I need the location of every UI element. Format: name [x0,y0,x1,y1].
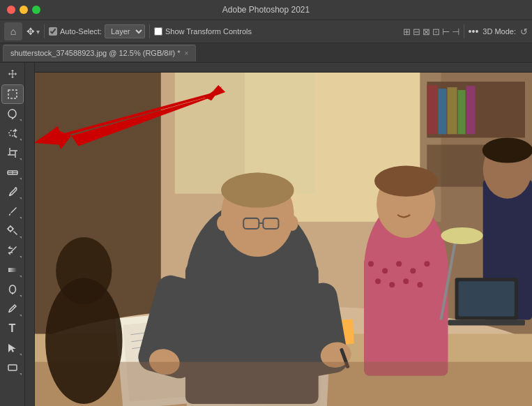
svg-point-85 [56,237,112,304]
svg-rect-21 [8,365,17,370]
move-icon: ✥ [26,26,35,37]
svg-rect-17 [8,268,17,272]
gradient-icon [7,264,18,276]
tab-title: shutterstock_374588923.jpg @ 12.5% (RGB/… [10,49,181,57]
svg-rect-57 [364,257,448,376]
svg-rect-78 [438,89,446,134]
type-tool-button[interactable]: T [2,319,23,338]
healing-brush-icon [7,167,18,178]
path-selection-button[interactable] [2,339,23,357]
shape-icon [7,362,18,373]
ruler-top [25,63,532,73]
close-button[interactable] [7,6,15,14]
tab-bar: shutterstock_374588923.jpg @ 12.5% (RGB/… [0,43,532,63]
document-tab[interactable]: shutterstock_374588923.jpg @ 12.5% (RGB/… [3,45,196,61]
lasso-tool-button[interactable] [2,105,23,123]
divider-3 [464,24,464,38]
options-right: ⊞ ⊟ ⊠ ⊡ ⊢ ⊣ ••• 3D Mode: ↺ [403,24,528,38]
svg-point-2 [9,130,15,136]
minimize-button[interactable] [20,6,28,14]
svg-point-20 [8,311,10,313]
svg-rect-75 [459,281,515,316]
gradient-tool-button[interactable] [2,261,23,279]
traffic-lights [0,6,40,14]
move-tool-icon [7,69,18,80]
photo-container [35,73,532,406]
auto-select-checkbox[interactable] [49,27,57,36]
canvas-area [25,63,532,406]
brush-icon [7,206,18,217]
marquee-tool-icon [7,89,18,100]
move-dropdown-icon[interactable]: ▾ [36,28,40,36]
marquee-tool-button[interactable] [2,85,23,103]
main-area: T [0,63,532,406]
home-icon: ⌂ [10,26,16,37]
align-center-v-icon[interactable]: ⊢ [442,27,450,37]
svg-point-50 [217,216,228,231]
rotate-3d-icon[interactable]: ↺ [520,27,528,37]
svg-rect-80 [458,90,466,134]
maximize-button[interactable] [32,6,40,14]
ruler-left [25,63,35,406]
lasso-tool-icon [7,108,18,119]
svg-point-61 [410,268,416,273]
history-brush-icon [7,245,18,256]
svg-point-58 [368,261,374,266]
svg-rect-0 [8,90,17,98]
tab-close-button[interactable]: × [185,50,189,57]
svg-line-19 [13,306,15,308]
healing-brush-button[interactable] [2,163,23,181]
history-brush-button[interactable] [2,241,23,260]
svg-point-11 [9,194,11,196]
title-bar: Adobe Photoshop 2021 [0,0,532,20]
canvas-image [35,73,532,406]
path-selection-icon [7,343,18,354]
more-options-button[interactable]: ••• [469,26,479,37]
svg-point-68 [374,166,437,197]
toolbar: T [0,63,25,406]
crop-tool-button[interactable] [2,144,23,162]
transform-controls-checkbox[interactable] [154,27,162,36]
crop-tool-icon [7,147,18,158]
svg-point-71 [482,137,532,163]
quick-select-icon [7,128,18,139]
quick-select-tool-button[interactable] [2,124,23,142]
blur-icon [7,284,18,295]
shape-tool-button[interactable] [2,359,23,377]
transform-controls-label: Show Transform Controls [165,27,252,36]
divider-2 [149,24,150,38]
svg-point-46 [221,173,294,208]
svg-rect-77 [427,85,437,134]
type-icon: T [9,322,16,335]
pen-tool-icon [7,303,18,315]
move-tool-indicator: ✥ ▾ [26,26,40,37]
align-bottom-icon[interactable]: ⊣ [452,27,459,37]
options-bar: ⌂ ✥ ▾ Auto-Select: Layer Show Transform … [0,20,532,43]
svg-line-3 [14,135,17,137]
align-left-icon[interactable]: ⊞ [403,27,411,37]
eyedropper-button[interactable] [2,183,23,201]
divider-1 [44,24,45,38]
align-top-icon[interactable]: ⊡ [432,27,440,37]
align-icons-group: ⊞ ⊟ ⊠ ⊡ ⊢ ⊣ [403,27,459,37]
align-center-h-icon[interactable]: ⊟ [413,27,420,37]
svg-point-65 [403,278,409,284]
svg-point-64 [389,282,395,287]
align-right-icon[interactable]: ⊠ [423,27,430,37]
svg-point-12 [8,227,13,231]
3d-mode-label: 3D Mode: [482,27,516,36]
brush-tool-button[interactable] [2,202,23,220]
auto-select-group: Auto-Select: Layer [49,24,145,38]
auto-select-label: Auto-Select: [60,27,102,36]
layer-dropdown[interactable]: Layer [105,24,145,38]
clone-stamp-button[interactable] [2,222,23,240]
pen-tool-button[interactable] [2,300,23,318]
home-button[interactable]: ⌂ [4,22,22,40]
move-tool-button[interactable] [2,66,23,84]
svg-point-51 [287,216,298,231]
svg-point-62 [424,261,430,266]
blur-tool-button[interactable] [2,280,23,299]
svg-rect-81 [466,86,476,134]
svg-point-66 [417,282,423,287]
svg-rect-76 [448,319,524,325]
